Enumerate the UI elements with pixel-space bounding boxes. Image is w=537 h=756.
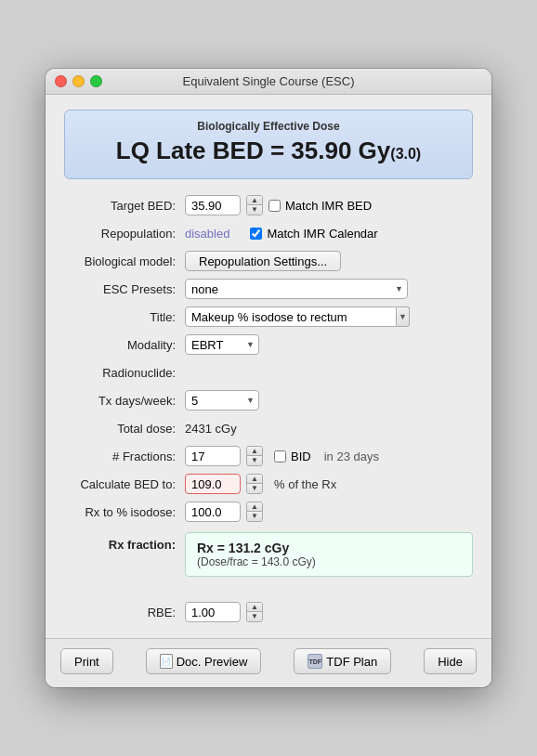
biological-model-control: Repopulation Settings... bbox=[185, 251, 473, 271]
radionuclide-row: Radionuclide: bbox=[64, 361, 473, 384]
fractions-stepper[interactable]: ▲ ▼ bbox=[246, 446, 263, 466]
tdf-plan-button[interactable]: TDF TDF Plan bbox=[294, 648, 391, 674]
title-input-group: ▼ bbox=[185, 306, 410, 327]
match-imr-calendar-label: Match IMR Calendar bbox=[267, 227, 377, 241]
modality-select-wrapper: EBRT bbox=[185, 334, 259, 355]
fractions-down[interactable]: ▼ bbox=[247, 456, 262, 465]
rbe-label: RBE: bbox=[64, 606, 185, 619]
biological-model-row: Biological model: Repopulation Settings.… bbox=[64, 250, 473, 272]
esc-presets-select[interactable]: none bbox=[185, 279, 408, 299]
bed-formula: LQ Late BED = 35.90 Gy bbox=[116, 137, 391, 164]
rx-isodose-down[interactable]: ▼ bbox=[247, 512, 262, 521]
target-bed-control: ▲ ▼ Match IMR BED bbox=[185, 195, 473, 215]
total-dose-value: 2431 cGy bbox=[185, 422, 237, 436]
rx-fraction-control: Rx = 131.2 cGy (Dose/frac = 143.0 cGy) bbox=[185, 532, 473, 577]
bed-subtitle: Biologically Effective Dose bbox=[80, 120, 457, 133]
fractions-input[interactable] bbox=[185, 446, 241, 466]
total-dose-control: 2431 cGy bbox=[185, 422, 473, 436]
total-dose-label: Total dose: bbox=[64, 422, 185, 436]
match-imr-bed-checkbox[interactable] bbox=[268, 200, 281, 212]
close-button[interactable] bbox=[55, 75, 67, 87]
rbe-input[interactable] bbox=[185, 602, 241, 622]
doc-preview-button[interactable]: 📄 Doc. Preview bbox=[146, 648, 262, 674]
target-bed-row: Target BED: ▲ ▼ Match IMR BED bbox=[64, 194, 473, 216]
main-content: Biologically Effective Dose LQ Late BED … bbox=[46, 95, 491, 638]
title-control: ▼ bbox=[185, 306, 473, 327]
esc-presets-select-wrapper: none bbox=[185, 279, 408, 299]
match-imr-bed-label: Match IMR BED bbox=[285, 199, 372, 213]
modality-select[interactable]: EBRT bbox=[185, 334, 259, 355]
rx-isodose-stepper[interactable]: ▲ ▼ bbox=[246, 502, 263, 522]
rbe-control: ▲ ▼ bbox=[185, 602, 473, 622]
total-dose-row: Total dose: 2431 cGy bbox=[64, 417, 473, 439]
footer-buttons: Print 📄 Doc. Preview TDF TDF Plan Hide bbox=[46, 638, 491, 687]
fractions-row: # Fractions: ▲ ▼ BID in 23 days bbox=[64, 445, 473, 467]
fractions-control: ▲ ▼ BID in 23 days bbox=[185, 446, 473, 466]
window-title: Equivalent Single Course (ESC) bbox=[183, 74, 355, 88]
esc-presets-control: none bbox=[185, 279, 473, 299]
titlebar: Equivalent Single Course (ESC) bbox=[46, 69, 491, 95]
fractions-up[interactable]: ▲ bbox=[247, 447, 262, 456]
tx-days-control: 5 bbox=[185, 390, 473, 411]
minimize-button[interactable] bbox=[72, 75, 85, 87]
bed-panel: Biologically Effective Dose LQ Late BED … bbox=[64, 110, 473, 179]
bid-item: BID bbox=[274, 450, 311, 463]
rbe-down[interactable]: ▼ bbox=[247, 612, 262, 621]
rx-isodose-up[interactable]: ▲ bbox=[247, 502, 262, 512]
rx-isodose-label: Rx to % isodose: bbox=[64, 505, 185, 519]
biological-model-label: Biological model: bbox=[64, 254, 185, 268]
repopulation-control: disabled Match IMR Calendar bbox=[185, 227, 473, 241]
target-bed-input[interactable] bbox=[185, 195, 241, 215]
rbe-row: RBE: ▲ ▼ bbox=[64, 601, 473, 623]
maximize-button[interactable] bbox=[90, 75, 102, 87]
radionuclide-label: Radionuclide: bbox=[64, 366, 185, 380]
match-imr-calendar-checkbox[interactable] bbox=[250, 228, 262, 240]
title-dropdown-arrow[interactable]: ▼ bbox=[397, 306, 410, 327]
doc-icon: 📄 bbox=[160, 654, 173, 669]
rx-isodose-input[interactable] bbox=[185, 502, 241, 522]
repopulation-settings-button[interactable]: Repopulation Settings... bbox=[185, 251, 341, 271]
spacer bbox=[64, 582, 473, 595]
rx-fraction-label: Rx fraction: bbox=[64, 532, 185, 552]
bid-checkbox[interactable] bbox=[274, 450, 286, 463]
imr-calendar-item: Match IMR Calendar bbox=[250, 227, 377, 241]
hide-button[interactable]: Hide bbox=[424, 648, 477, 674]
target-bed-stepper[interactable]: ▲ ▼ bbox=[246, 195, 263, 215]
target-bed-up[interactable]: ▲ bbox=[247, 196, 262, 205]
doc-preview-label: Doc. Preview bbox=[177, 655, 248, 669]
tx-days-row: Tx days/week: 5 bbox=[64, 389, 473, 411]
match-imr-calendar-item: Match IMR Calendar bbox=[250, 227, 377, 241]
title-row: Title: ▼ bbox=[64, 306, 473, 328]
esc-presets-label: ESC Presets: bbox=[64, 282, 185, 296]
tx-days-label: Tx days/week: bbox=[64, 394, 185, 408]
print-button[interactable]: Print bbox=[60, 648, 113, 674]
match-imr-bed-item: Match IMR BED bbox=[268, 199, 372, 213]
tx-days-select[interactable]: 5 bbox=[185, 390, 259, 411]
modality-control: EBRT bbox=[185, 334, 473, 355]
rx-fraction-row: Rx fraction: Rx = 131.2 cGy (Dose/frac =… bbox=[64, 532, 473, 577]
calculate-bed-stepper[interactable]: ▲ ▼ bbox=[246, 474, 263, 494]
modality-row: Modality: EBRT bbox=[64, 333, 473, 356]
esc-presets-row: ESC Presets: none bbox=[64, 278, 473, 300]
tdf-icon: TDF bbox=[308, 654, 322, 669]
fractions-label: # Fractions: bbox=[64, 450, 185, 463]
imr-bed-checkbox-row: Match IMR BED bbox=[268, 199, 372, 213]
tx-days-select-wrapper: 5 bbox=[185, 390, 259, 411]
rbe-up[interactable]: ▲ bbox=[247, 603, 262, 612]
rbe-stepper[interactable]: ▲ ▼ bbox=[246, 602, 263, 622]
repopulation-value: disabled bbox=[185, 227, 229, 241]
main-window: Equivalent Single Course (ESC) Biologica… bbox=[46, 69, 491, 687]
target-bed-down[interactable]: ▼ bbox=[247, 205, 262, 215]
title-input[interactable] bbox=[185, 306, 397, 327]
rx-panel: Rx = 131.2 cGy (Dose/frac = 143.0 cGy) bbox=[185, 532, 473, 577]
calculate-bed-control: ▲ ▼ % of the Rx bbox=[185, 474, 473, 494]
bid-label: BID bbox=[291, 450, 311, 463]
repopulation-label: Repopulation: bbox=[64, 227, 185, 241]
calculate-bed-up[interactable]: ▲ bbox=[247, 475, 262, 484]
calculate-bed-row: Calculate BED to: ▲ ▼ % of the Rx bbox=[64, 473, 473, 495]
repopulation-row: Repopulation: disabled Match IMR Calenda… bbox=[64, 222, 473, 244]
calculate-bed-down[interactable]: ▼ bbox=[247, 484, 262, 493]
tdf-plan-label: TDF Plan bbox=[326, 655, 377, 669]
bed-value: LQ Late BED = 35.90 Gy(3.0) bbox=[80, 137, 457, 165]
calculate-bed-input[interactable] bbox=[185, 474, 241, 494]
